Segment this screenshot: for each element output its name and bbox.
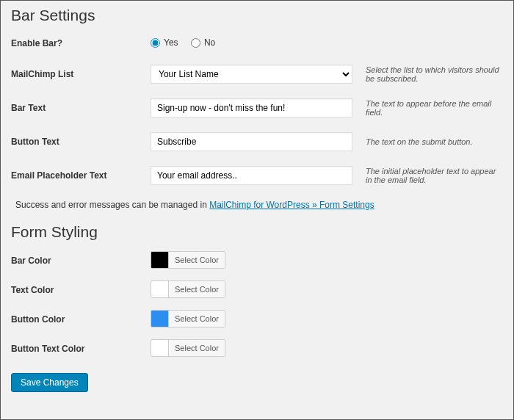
bar-settings-heading: Bar Settings [11,7,503,24]
button-text-input[interactable] [151,132,352,151]
mailchimp-list-hint: Select the list to which visitors should… [352,65,503,83]
bar-text-input[interactable] [151,98,352,117]
button-color-swatch [151,311,169,327]
email-placeholder-label: Email Placeholder Text [11,170,151,181]
bar-color-picker[interactable]: Select Color [151,251,225,269]
bar-color-button[interactable]: Select Color [169,252,225,268]
text-color-button[interactable]: Select Color [169,281,225,297]
text-color-label: Text Color [11,285,151,295]
button-text-color-swatch [151,340,169,356]
form-settings-link[interactable]: MailChimp for WordPress » Form Settings [209,200,374,210]
enable-bar-no-radio[interactable] [191,38,200,48]
enable-bar-no-option[interactable]: No [191,37,215,48]
info-prefix: Success and error messages can be manage… [15,200,209,210]
bar-text-label: Bar Text [11,103,151,113]
mailchimp-list-label: MailChimp List [11,69,151,79]
text-color-picker[interactable]: Select Color [151,280,225,298]
email-placeholder-input[interactable] [151,166,352,185]
button-text-color-picker[interactable]: Select Color [151,339,225,357]
text-color-swatch [151,281,169,297]
email-placeholder-hint: The initial placeholder text to appear i… [352,167,503,184]
bar-color-swatch [151,252,169,268]
button-color-button[interactable]: Select Color [169,311,225,327]
button-text-color-label: Button Text Color [11,344,151,354]
info-message: Success and error messages can be manage… [15,200,503,210]
button-color-picker[interactable]: Select Color [151,310,225,327]
save-changes-button[interactable]: Save Changes [11,373,88,392]
button-text-hint: The text on the submit button. [352,137,503,146]
enable-bar-yes-text: Yes [164,37,178,48]
button-text-label: Button Text [11,137,151,147]
bar-color-label: Bar Color [11,256,151,266]
enable-bar-no-text: No [204,37,215,48]
enable-bar-yes-option[interactable]: Yes [151,37,178,48]
mailchimp-list-select[interactable]: Your List Name [151,65,352,84]
bar-text-hint: The text to appear before the email fiel… [352,99,503,117]
button-color-label: Button Color [11,314,151,325]
button-text-color-button[interactable]: Select Color [169,340,225,356]
form-styling-heading: Form Styling [11,223,503,241]
enable-bar-label: Enable Bar? [11,38,151,48]
enable-bar-yes-radio[interactable] [151,38,160,48]
